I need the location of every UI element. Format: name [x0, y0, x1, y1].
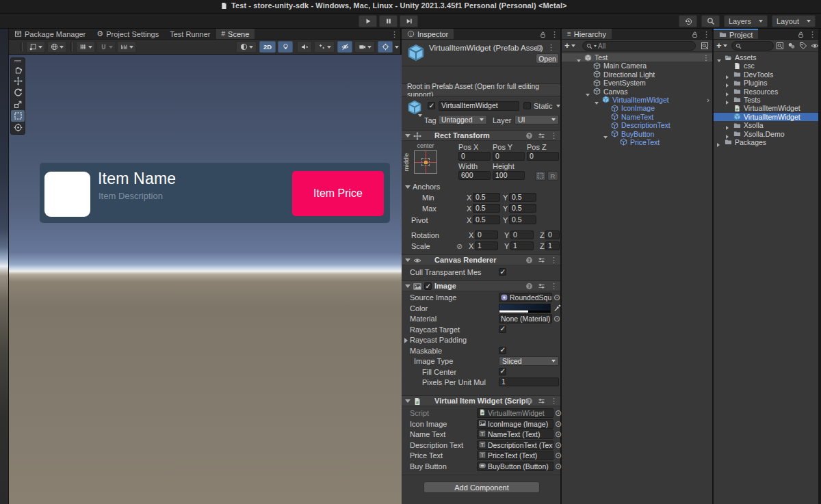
buy-button[interactable]: Item Price	[292, 171, 384, 216]
tag-dropdown[interactable]: Untagged	[438, 115, 487, 124]
overlay-drag-handle[interactable]	[11, 58, 25, 64]
project-item-resources[interactable]: Resources	[714, 88, 818, 96]
scale-tool[interactable]	[11, 98, 25, 110]
transform-tool[interactable]	[11, 122, 25, 133]
lock-icon[interactable]	[539, 31, 547, 38]
anchor-max-x-field[interactable]: 0.5	[473, 204, 500, 213]
project-item-xsolla[interactable]: Xsolla	[714, 121, 818, 129]
scale-z-field[interactable]: 1	[545, 241, 560, 250]
gameobject-name-field[interactable]: VirtualItemWidget	[439, 101, 519, 111]
image-component-header[interactable]: Image ?⋮	[402, 280, 560, 291]
blueprint-mode-button[interactable]	[535, 171, 546, 181]
tab-inspector[interactable]: i Inspector	[402, 29, 454, 39]
kebab-menu-icon[interactable]: ⋮	[809, 31, 816, 38]
linked-scale-icon[interactable]: ⊘	[456, 242, 462, 251]
project-search-input[interactable]	[731, 41, 774, 51]
kebab-menu-icon[interactable]: ⋮	[550, 132, 558, 139]
hierarchy-item-nametext[interactable]: NameText	[562, 113, 712, 121]
object-picker-icon[interactable]: ⊙	[555, 430, 562, 438]
source-image-field[interactable]: RoundedSquareFull@	[499, 293, 552, 302]
project-item-tests[interactable]: Tests	[714, 96, 818, 104]
presets-icon[interactable]	[538, 397, 545, 405]
pos-y-field[interactable]: 0	[493, 152, 525, 161]
hierarchy-search-input[interactable]: All	[582, 41, 696, 51]
material-field[interactable]: None (Material)	[499, 314, 552, 323]
cull-transparent-mesh-checkbox[interactable]	[499, 268, 506, 276]
undo-history-button[interactable]	[679, 15, 697, 27]
pause-button[interactable]	[379, 15, 398, 27]
canvas-renderer-header[interactable]: Canvas Renderer ?⋮	[402, 254, 560, 265]
hierarchy-item-directional-light[interactable]: Directional Light	[562, 70, 712, 79]
kebab-menu-icon[interactable]: ⋮	[550, 282, 558, 289]
foldout-icon[interactable]	[405, 399, 410, 403]
object-picker-icon[interactable]: ⊙	[553, 293, 560, 302]
kebab-menu-icon[interactable]: ⋮	[550, 256, 558, 263]
tool-handle-pivot-button[interactable]	[26, 41, 45, 53]
fill-center-checkbox[interactable]	[499, 368, 506, 375]
move-tool[interactable]	[11, 75, 25, 87]
kebab-menu-icon[interactable]: ⋮	[547, 44, 555, 51]
help-icon[interactable]: ?	[525, 397, 533, 405]
open-prefab-chevron-icon[interactable]: ›	[707, 96, 709, 104]
project-item-devtools[interactable]: DevTools	[714, 70, 818, 79]
kebab-menu-icon[interactable]: ⋮	[391, 31, 398, 38]
object-field-icon-image[interactable]: IconImage (Image)	[477, 419, 553, 429]
tab-test-runner[interactable]: Test Runner	[164, 29, 216, 39]
foldout-icon[interactable]	[717, 140, 720, 148]
anchor-max-y-field[interactable]: 0.5	[509, 204, 536, 213]
image-enabled-checkbox[interactable]	[424, 282, 432, 290]
kebab-menu-icon[interactable]: ⋮	[703, 53, 710, 62]
rotate-tool[interactable]	[11, 87, 25, 98]
raw-edit-mode-button[interactable]: R	[547, 171, 558, 181]
scene-visibility-button[interactable]	[337, 41, 352, 53]
pos-z-field[interactable]: 0	[527, 152, 559, 161]
hierarchy-item-eventsystem[interactable]: EventSystem	[562, 79, 712, 87]
project-item-packages[interactable]: Packages	[714, 138, 818, 146]
object-picker-icon[interactable]: ⊙	[555, 451, 562, 460]
hierarchy-item-test[interactable]: Test⋮	[562, 53, 712, 62]
layout-dropdown[interactable]: Layout	[772, 15, 816, 27]
anchors-foldout-icon[interactable]	[405, 185, 410, 189]
scale-x-field[interactable]: 1	[475, 241, 498, 250]
width-field[interactable]: 600	[458, 171, 491, 180]
object-field-name-text[interactable]: TNameText (Text)	[477, 429, 553, 439]
gizmos-button[interactable]	[378, 41, 393, 53]
grid-snapping-button[interactable]	[96, 41, 116, 53]
scene-audio-button[interactable]	[297, 41, 312, 53]
object-picker-icon[interactable]: ⊙	[555, 441, 562, 449]
global-search-button[interactable]	[701, 15, 720, 27]
chevron-down-icon[interactable]	[418, 114, 422, 117]
hierarchy-item-main-camera[interactable]: Main Camera	[562, 62, 712, 70]
hierarchy-item-iconimage[interactable]: IconImage	[562, 104, 712, 112]
step-button[interactable]	[400, 15, 418, 27]
pivot-y-field[interactable]: 0.5	[509, 215, 536, 224]
anchor-preset-widget[interactable]	[414, 150, 437, 174]
object-field-buy-button[interactable]: BuyButton (Button)	[477, 462, 553, 471]
eyedropper-icon[interactable]	[553, 304, 561, 312]
help-icon[interactable]: ?	[525, 282, 533, 290]
color-swatch[interactable]	[499, 304, 551, 313]
collapsed-dock-strip[interactable]	[0, 29, 9, 504]
project-item-virtualitemwidget[interactable]: #VirtualItemWidget	[714, 104, 818, 112]
rect-transform-header[interactable]: Rect Transform ?⋮	[402, 130, 560, 141]
rotation-z-field[interactable]: 0	[545, 230, 560, 239]
project-item-assets[interactable]: Assets	[714, 53, 818, 62]
add-component-button[interactable]: Add Component	[423, 481, 540, 493]
lock-icon[interactable]	[797, 31, 805, 38]
scale-y-field[interactable]: 1	[510, 241, 534, 250]
view-hand-tool[interactable]	[11, 64, 25, 75]
search-by-label-icon[interactable]	[799, 42, 807, 50]
maskable-checkbox[interactable]	[499, 347, 506, 354]
lock-icon[interactable]	[691, 31, 699, 38]
hierarchy-item-buybutton[interactable]: BuyButton	[562, 130, 712, 138]
object-picker-icon[interactable]: ⊙	[555, 420, 562, 428]
height-field[interactable]: 100	[493, 171, 525, 180]
foldout-icon[interactable]	[405, 134, 410, 137]
anchor-min-x-field[interactable]: 0.5	[473, 193, 500, 202]
anchor-min-y-field[interactable]: 0.5	[509, 193, 536, 202]
search-in-window-icon[interactable]	[701, 42, 709, 50]
hierarchy-item-canvas[interactable]: Canvas	[562, 88, 712, 96]
tool-handle-rotation-button[interactable]	[47, 41, 66, 53]
search-by-type-icon[interactable]	[787, 42, 796, 50]
presets-icon[interactable]	[538, 282, 545, 290]
